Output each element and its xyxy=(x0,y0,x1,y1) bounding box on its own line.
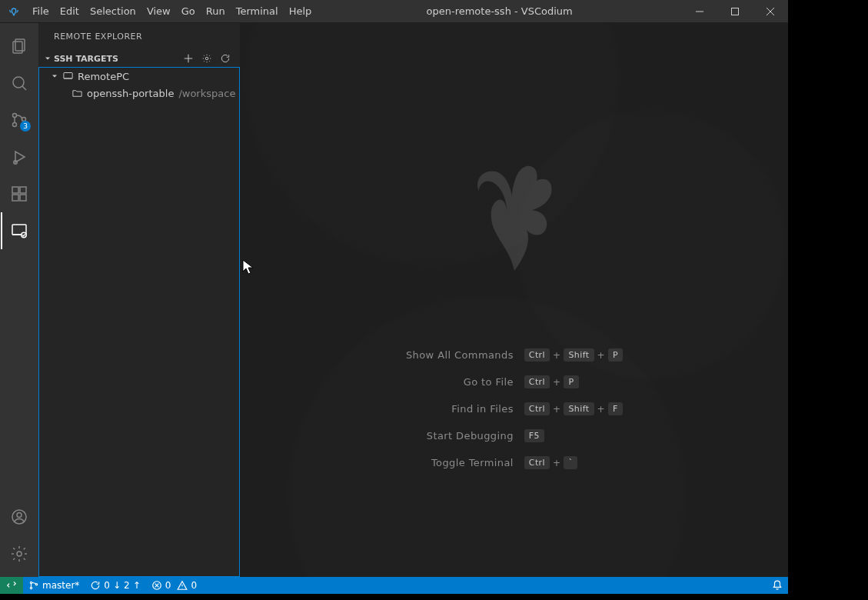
app-logo-icon xyxy=(0,5,27,18)
menu-terminal[interactable]: Terminal xyxy=(231,0,284,23)
shortcut-label: Toggle Terminal xyxy=(406,457,514,468)
shortcut-keys: Ctrl+ P xyxy=(524,375,623,388)
key: Shift xyxy=(564,348,594,362)
arrow-up-icon: ↑ xyxy=(133,580,141,591)
svg-point-19 xyxy=(30,582,32,583)
svg-rect-11 xyxy=(20,195,26,201)
activity-accounts[interactable] xyxy=(1,498,38,535)
chevron-down-icon xyxy=(42,54,54,63)
shortcut-keys: F5 xyxy=(524,429,623,442)
sync-up: 2 xyxy=(124,580,130,591)
shortcut-keys: Ctrl+ Shift+ F xyxy=(524,402,623,415)
configure-button[interactable] xyxy=(200,52,214,65)
sync-down: 0 xyxy=(104,580,110,591)
add-ssh-target-button[interactable] xyxy=(181,52,195,65)
shortcut-keys: Ctrl+ Shift+ P xyxy=(524,348,623,362)
key: Shift xyxy=(564,402,594,415)
key: Ctrl xyxy=(524,456,550,469)
app-window: File Edit Selection View Go Run Terminal… xyxy=(0,0,788,594)
activity-search[interactable] xyxy=(1,65,38,102)
window-title: open-remote-ssh - VSCodium xyxy=(317,5,682,17)
activity-scm[interactable]: 3 xyxy=(1,102,38,138)
key: ` xyxy=(564,456,577,469)
window-controls xyxy=(682,0,788,23)
chevron-down-icon xyxy=(48,72,61,81)
ssh-folder-label: openssh-portable xyxy=(84,88,174,99)
activity-bar: 3 xyxy=(0,23,38,577)
status-sync[interactable]: 0 ↓ 2 ↑ xyxy=(85,577,145,594)
welcome-shortcuts: Show All Commands Ctrl+ Shift+ P Go to F… xyxy=(406,348,623,469)
key: F5 xyxy=(524,429,544,442)
svg-rect-18 xyxy=(63,72,72,78)
menu-run[interactable]: Run xyxy=(201,0,231,23)
menu-go[interactable]: Go xyxy=(176,0,201,23)
status-remote-button[interactable] xyxy=(0,577,23,594)
svg-rect-0 xyxy=(732,8,739,15)
key: P xyxy=(608,348,623,362)
activity-explorer[interactable] xyxy=(1,28,38,65)
shortcut-label: Go to File xyxy=(406,376,514,388)
key: Ctrl xyxy=(524,375,550,388)
sidebar-title: REMOTE EXPLORER xyxy=(38,23,240,50)
menu-view[interactable]: View xyxy=(141,0,176,23)
menu-help[interactable]: Help xyxy=(284,0,318,23)
activity-debug[interactable] xyxy=(1,138,38,175)
section-actions xyxy=(181,52,237,65)
svg-point-4 xyxy=(13,114,17,118)
status-bar: master* 0 ↓ 2 ↑ 0 0 xyxy=(0,577,788,594)
status-branch[interactable]: master* xyxy=(23,577,85,594)
folder-icon xyxy=(70,88,84,99)
key: Ctrl xyxy=(524,348,550,362)
svg-point-16 xyxy=(17,552,22,556)
monitor-icon xyxy=(61,71,75,82)
minimize-button[interactable] xyxy=(682,0,717,23)
key: Ctrl xyxy=(524,402,550,415)
svg-point-17 xyxy=(205,57,208,60)
menu-selection[interactable]: Selection xyxy=(85,0,141,23)
editor-area: Show All Commands Ctrl+ Shift+ P Go to F… xyxy=(241,23,788,577)
status-problems[interactable]: 0 0 xyxy=(146,577,202,594)
status-notifications[interactable] xyxy=(767,577,788,594)
svg-point-20 xyxy=(30,587,32,588)
ssh-folder-row[interactable]: openssh-portable /workspace xyxy=(39,85,239,102)
svg-point-5 xyxy=(13,123,17,127)
activity-remote-explorer[interactable] xyxy=(1,212,38,249)
branch-name: master* xyxy=(42,580,79,591)
section-label: SSH TARGETS xyxy=(54,54,118,64)
svg-rect-9 xyxy=(20,187,26,193)
ssh-host-row[interactable]: RemotePC xyxy=(39,68,239,85)
error-count: 0 xyxy=(165,580,171,591)
vscodium-watermark-icon xyxy=(453,154,576,279)
menu-file[interactable]: File xyxy=(27,0,55,23)
ssh-targets-tree: RemotePC openssh-portable /workspace xyxy=(38,67,240,577)
activity-settings[interactable] xyxy=(1,535,38,572)
warning-count: 0 xyxy=(191,580,197,591)
scm-badge: 3 xyxy=(20,121,31,132)
shortcut-label: Show All Commands xyxy=(406,349,514,361)
key: P xyxy=(564,375,578,388)
ssh-folder-path: /workspace xyxy=(174,88,235,99)
body: 3 xyxy=(0,23,788,577)
sidebar: REMOTE EXPLORER SSH TARGETS xyxy=(38,23,241,577)
svg-rect-10 xyxy=(12,195,18,201)
shortcut-label: Start Debugging xyxy=(406,430,514,442)
menu-edit[interactable]: Edit xyxy=(55,0,85,23)
refresh-button[interactable] xyxy=(218,52,232,65)
close-button[interactable] xyxy=(753,0,788,23)
key: F xyxy=(608,402,623,415)
ssh-targets-header[interactable]: SSH TARGETS xyxy=(38,50,240,67)
svg-point-15 xyxy=(17,513,22,518)
ssh-host-label: RemotePC xyxy=(75,71,129,82)
svg-point-3 xyxy=(13,77,24,88)
activity-extensions[interactable] xyxy=(1,175,38,212)
titlebar: File Edit Selection View Go Run Terminal… xyxy=(0,0,788,23)
svg-rect-8 xyxy=(12,187,18,193)
arrow-down-icon: ↓ xyxy=(113,580,121,591)
shortcut-label: Find in Files xyxy=(406,403,514,415)
maximize-button[interactable] xyxy=(717,0,753,23)
shortcut-keys: Ctrl+ ` xyxy=(524,456,623,469)
